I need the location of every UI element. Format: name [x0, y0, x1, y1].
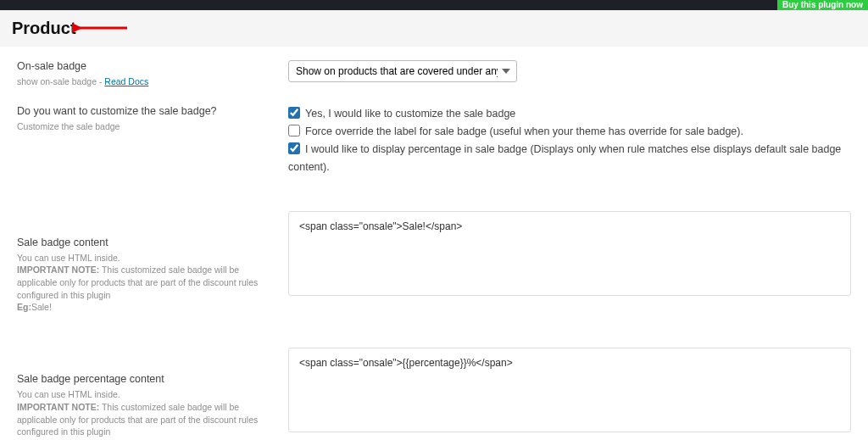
- onsale-docs-link[interactable]: Read Docs: [104, 76, 148, 86]
- customize-badge-label: Do you want to customize the sale badge?: [17, 105, 271, 117]
- page-title: Product: [12, 19, 856, 38]
- customize-opt1[interactable]: Yes, I would like to customize the sale …: [288, 105, 851, 123]
- customize-opt2[interactable]: Force override the label for sale badge …: [288, 123, 851, 141]
- customize-badge-help: Customize the sale badge: [17, 120, 271, 133]
- onsale-badge-help: show on-sale badge - Read Docs: [17, 75, 271, 88]
- annotation-arrow-title: [72, 20, 131, 36]
- customize-opt3-checkbox[interactable]: [288, 142, 300, 154]
- buy-plugin-button[interactable]: Buy this plugin now: [777, 0, 868, 10]
- customize-opt2-checkbox[interactable]: [288, 125, 300, 136]
- onsale-badge-select[interactable]: Show on products that are covered under …: [288, 60, 517, 82]
- section-header: Product: [0, 10, 868, 47]
- sale-badge-content-help: You can use HTML inside. IMPORTANT NOTE:…: [17, 252, 271, 314]
- sale-badge-content-label: Sale badge content: [17, 237, 271, 248]
- sale-badge-content-textarea[interactable]: [288, 211, 851, 296]
- customize-opt3[interactable]: I would like to display percentage in sa…: [288, 141, 851, 177]
- onsale-badge-label: On-sale badge: [17, 60, 271, 72]
- sale-badge-pct-label: Sale badge percentage content: [17, 373, 271, 385]
- sale-badge-pct-textarea[interactable]: [288, 348, 851, 432]
- sale-badge-pct-help: You can use HTML inside. IMPORTANT NOTE:…: [17, 388, 271, 440]
- customize-opt1-checkbox[interactable]: [288, 107, 300, 119]
